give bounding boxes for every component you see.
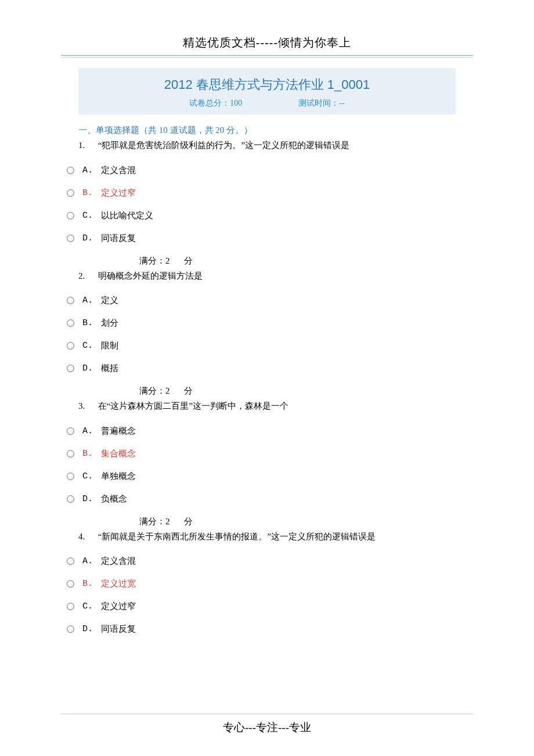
footer-rule	[61, 714, 473, 714]
option-row[interactable]: A. 定义	[78, 295, 456, 306]
exam-info: 试卷总分：100 测试时间：--	[84, 98, 450, 109]
option-text: 定义	[101, 295, 118, 306]
option-label: D.	[82, 494, 93, 504]
exam-title: 2012 春思维方式与方法作业 1_0001	[84, 76, 450, 93]
option-label: D.	[82, 624, 93, 634]
option-label: C.	[82, 211, 93, 221]
question-stem: 3. 在“这片森林方圆二百里”这一判断中，森林是一个	[78, 399, 456, 414]
option-label: B.	[82, 449, 93, 459]
option-text: 划分	[101, 318, 118, 329]
option-text: 限制	[101, 340, 118, 351]
option-row[interactable]: A. 普遍概念	[78, 426, 456, 437]
content-area: 一、单项选择题（共 10 道试题，共 20 分。） 1. “犯罪就是危害统治阶级…	[61, 125, 473, 635]
radio-icon[interactable]	[67, 580, 74, 588]
radio-icon[interactable]	[67, 342, 74, 350]
option-label: D.	[82, 363, 93, 373]
radio-icon[interactable]	[67, 427, 74, 435]
option-label: A.	[82, 296, 93, 305]
test-time-value: --	[339, 99, 344, 107]
total-score-label: 试卷总分：	[189, 99, 230, 107]
question-number: 3.	[78, 399, 96, 414]
score-line: 满分：2分	[78, 516, 456, 527]
header-rule	[61, 57, 473, 57]
title-block: 2012 春思维方式与方法作业 1_0001 试卷总分：100 测试时间：--	[78, 68, 456, 114]
option-label: A.	[82, 426, 93, 436]
option-text: 定义过窄	[101, 188, 136, 199]
question-number: 2.	[78, 269, 96, 284]
option-row[interactable]: D. 负概念	[78, 494, 456, 505]
option-row[interactable]: B. 集合概念	[78, 448, 456, 459]
option-row[interactable]: D. 同语反复	[78, 233, 456, 244]
option-row[interactable]: A. 定义含混	[78, 556, 456, 567]
option-label: C.	[82, 341, 93, 351]
question-stem: 4. “新闻就是关于东南西北所发生事情的报道。”这一定义所犯的逻辑错误是	[78, 530, 456, 545]
total-score-value: 100	[230, 99, 242, 107]
option-row[interactable]: B. 划分	[78, 318, 456, 329]
option-text: 集合概念	[101, 448, 136, 459]
option-label: A.	[82, 556, 93, 566]
radio-icon[interactable]	[67, 297, 74, 304]
option-row[interactable]: C. 限制	[78, 340, 456, 351]
radio-icon[interactable]	[67, 473, 74, 480]
question-text: “犯罪就是危害统治阶级利益的行为。”这一定义所犯的逻辑错误是	[98, 141, 349, 150]
radio-icon[interactable]	[67, 495, 74, 503]
option-text: 同语反复	[101, 624, 136, 635]
option-label: C.	[82, 602, 93, 611]
option-text: 定义含混	[101, 165, 136, 176]
option-label: C.	[82, 471, 93, 481]
option-text: 概括	[101, 363, 118, 374]
radio-icon[interactable]	[67, 319, 74, 327]
question-text: 在“这片森林方圆二百里”这一判断中，森林是一个	[98, 401, 288, 411]
radio-icon[interactable]	[67, 625, 74, 633]
option-text: 定义过窄	[101, 601, 136, 612]
question-number: 4.	[78, 530, 96, 545]
option-text: 定义过宽	[101, 578, 136, 589]
option-row[interactable]: D. 同语反复	[78, 624, 456, 635]
option-text: 普遍概念	[101, 426, 136, 437]
page-header: 精选优质文档-----倾情为你奉上	[61, 35, 473, 56]
radio-icon[interactable]	[67, 189, 74, 197]
question-text: “新闻就是关于东南西北所发生事情的报道。”这一定义所犯的逻辑错误是	[98, 532, 376, 541]
option-row[interactable]: B. 定义过窄	[78, 188, 456, 199]
option-label: B.	[82, 188, 93, 198]
question-number: 1.	[78, 138, 96, 153]
option-text: 以比喻代定义	[101, 210, 153, 221]
option-row[interactable]: C. 单独概念	[78, 471, 456, 482]
option-row[interactable]: C. 以比喻代定义	[78, 210, 456, 221]
option-text: 同语反复	[101, 233, 136, 244]
option-row[interactable]: C. 定义过窄	[78, 601, 456, 612]
radio-icon[interactable]	[67, 557, 74, 565]
option-text: 定义含混	[101, 556, 136, 567]
question-text: 明确概念外延的逻辑方法是	[98, 271, 203, 280]
radio-icon[interactable]	[67, 235, 74, 242]
radio-icon[interactable]	[67, 450, 74, 458]
footer-text: 专心---专注---专业	[223, 721, 311, 733]
radio-icon[interactable]	[67, 603, 74, 610]
score-line: 满分：2分	[78, 255, 456, 267]
question-stem: 1. “犯罪就是危害统治阶级利益的行为。”这一定义所犯的逻辑错误是	[78, 138, 456, 153]
option-label: D.	[82, 233, 93, 243]
test-time-label: 测试时间：	[298, 99, 339, 107]
section-heading: 一、单项选择题（共 10 道试题，共 20 分。）	[78, 125, 456, 136]
score-line: 满分：2分	[78, 386, 456, 397]
option-row[interactable]: A. 定义含混	[78, 165, 456, 176]
radio-icon[interactable]	[67, 365, 74, 372]
page-footer: 专心---专注---专业	[0, 714, 534, 735]
option-row[interactable]: B. 定义过宽	[78, 578, 456, 589]
radio-icon[interactable]	[67, 212, 74, 219]
option-label: B.	[82, 318, 93, 328]
option-text: 单独概念	[101, 471, 136, 482]
option-label: A.	[82, 165, 93, 175]
option-text: 负概念	[101, 494, 127, 505]
question-stem: 2. 明确概念外延的逻辑方法是	[78, 269, 456, 284]
option-label: B.	[82, 579, 93, 589]
option-row[interactable]: D. 概括	[78, 363, 456, 374]
radio-icon[interactable]	[67, 167, 74, 174]
